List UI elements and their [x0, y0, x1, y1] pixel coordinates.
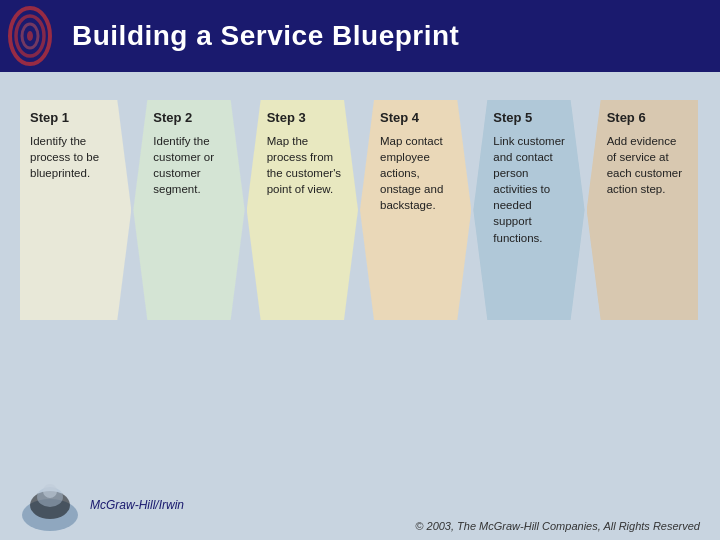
step-5-label: Step 5 [483, 110, 570, 125]
step-4-description: Map contact employee actions, onstage an… [370, 133, 457, 213]
slide: Building a Service Blueprint Step 1Ident… [0, 0, 720, 540]
step-4-label: Step 4 [370, 110, 457, 125]
step-2-description: Identify the customer or customer segmen… [143, 133, 230, 197]
svg-point-3 [27, 31, 33, 41]
svg-point-7 [43, 484, 57, 498]
main-content: Step 1Identify the process to be bluepri… [0, 72, 720, 330]
step-2-label: Step 2 [143, 110, 230, 125]
spiral-decoration [6, 2, 54, 70]
step-block-2: Step 2Identify the customer or customer … [133, 100, 244, 320]
step-block-6: Step 6Add evidence of service at each cu… [587, 100, 698, 320]
step-1-label: Step 1 [30, 110, 117, 125]
steps-row: Step 1Identify the process to be bluepri… [20, 100, 700, 320]
step-block-3: Step 3Map the process from the customer'… [247, 100, 358, 320]
step-block-1: Step 1Identify the process to be bluepri… [20, 100, 131, 320]
step-block-4: Step 4Map contact employee actions, onst… [360, 100, 471, 320]
step-1-description: Identify the process to be blueprinted. [30, 133, 117, 181]
page-title: Building a Service Blueprint [72, 20, 459, 52]
step-5-description: Link customer and contact person activit… [483, 133, 570, 246]
publisher-text: McGraw-Hill/Irwin [90, 498, 184, 512]
step-3-label: Step 3 [257, 110, 344, 125]
step-6-description: Add evidence of service at each customer… [597, 133, 684, 197]
header: Building a Service Blueprint [0, 0, 720, 72]
footer: McGraw-Hill/Irwin © 2003, The McGraw-Hil… [0, 469, 720, 540]
step-block-5: Step 5Link customer and contact person a… [473, 100, 584, 320]
step-3-description: Map the process from the customer's poin… [257, 133, 344, 197]
step-6-label: Step 6 [597, 110, 684, 125]
bottom-logo [20, 477, 80, 532]
footer-left: McGraw-Hill/Irwin [20, 477, 184, 532]
copyright-text: © 2003, The McGraw-Hill Companies, All R… [415, 520, 700, 532]
